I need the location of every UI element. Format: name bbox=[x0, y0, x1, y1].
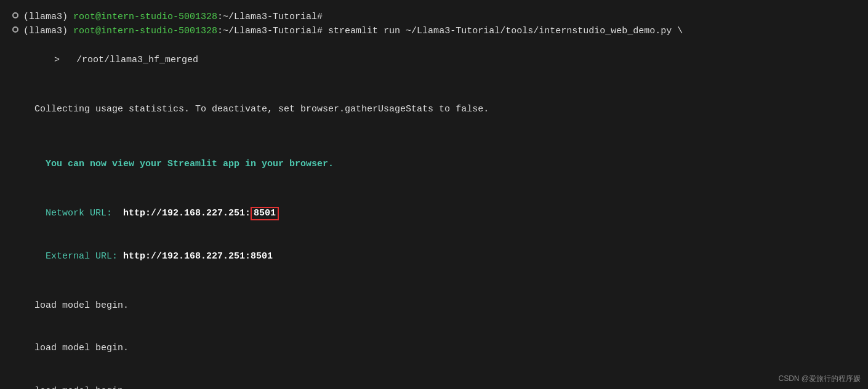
load-text-1: load model begin. bbox=[34, 300, 129, 311]
prompt-hash-1: # bbox=[317, 10, 323, 24]
collect-text: Collecting usage statistics. To deactiva… bbox=[34, 104, 489, 114]
terminal-line-view: You can now view your Streamlit app in y… bbox=[12, 143, 856, 186]
terminal-line-collect: Collecting usage statistics. To deactiva… bbox=[12, 87, 856, 130]
blank-line-4 bbox=[12, 186, 856, 192]
watermark: CSDN @爱旅行的程序媛 bbox=[778, 374, 861, 384]
terminal-line-load2: load model begin. bbox=[12, 327, 856, 370]
watermark-text: CSDN @爱旅行的程序媛 bbox=[778, 374, 861, 383]
prompt-userhost-2: root@intern-studio-5001328 bbox=[73, 24, 217, 38]
network-url-prefix: http://192.168.227.251: bbox=[123, 208, 251, 219]
blank-line-1 bbox=[12, 81, 856, 87]
external-label: External URL: bbox=[34, 251, 123, 262]
network-port: 8501 bbox=[251, 207, 279, 220]
blank-line-5 bbox=[12, 278, 856, 284]
continuation-text: > /root/llama3_hf_merged bbox=[54, 55, 198, 65]
blank-line-3 bbox=[12, 137, 856, 143]
view-message: You can now view your Streamlit app in y… bbox=[34, 159, 334, 169]
terminal-line-external: External URL: http://192.168.227.251:850… bbox=[12, 235, 856, 278]
prompt-userhost-1: root@intern-studio-5001328 bbox=[73, 10, 217, 24]
terminal-line-network: Network URL: http://192.168.227.251:8501 bbox=[12, 192, 856, 235]
circle-icon-2 bbox=[12, 26, 18, 33]
external-url: http://192.168.227.251:8501 bbox=[123, 251, 273, 262]
terminal-line-load1: load model begin. bbox=[12, 284, 856, 327]
terminal-line-load3: load model begin. bbox=[12, 370, 856, 389]
terminal-line-1: (llama3) root@intern-studio-5001328:~/Ll… bbox=[12, 10, 856, 24]
prompt-path-2: :~/Llama3-Tutorial bbox=[217, 24, 317, 38]
load-text-2: load model begin. bbox=[34, 343, 129, 353]
terminal-line-2: (llama3) root@intern-studio-5001328:~/Ll… bbox=[12, 24, 856, 38]
prompt-env-1: (llama3) bbox=[23, 10, 73, 24]
prompt-hash-2: # streamlit run ~/Llama3-Tutorial/tools/… bbox=[317, 24, 683, 38]
network-label: Network URL: bbox=[34, 208, 123, 219]
blank-line-2 bbox=[12, 130, 856, 137]
prompt-path-1: :~/Llama3-Tutorial bbox=[217, 10, 317, 24]
load-text-3: load model begin. bbox=[34, 386, 129, 389]
terminal-line-3: > /root/llama3_hf_merged bbox=[12, 39, 856, 82]
prompt-env-2: (llama3) bbox=[23, 24, 73, 38]
terminal: (llama3) root@intern-studio-5001328:~/Ll… bbox=[0, 0, 868, 389]
circle-icon-1 bbox=[12, 12, 18, 18]
